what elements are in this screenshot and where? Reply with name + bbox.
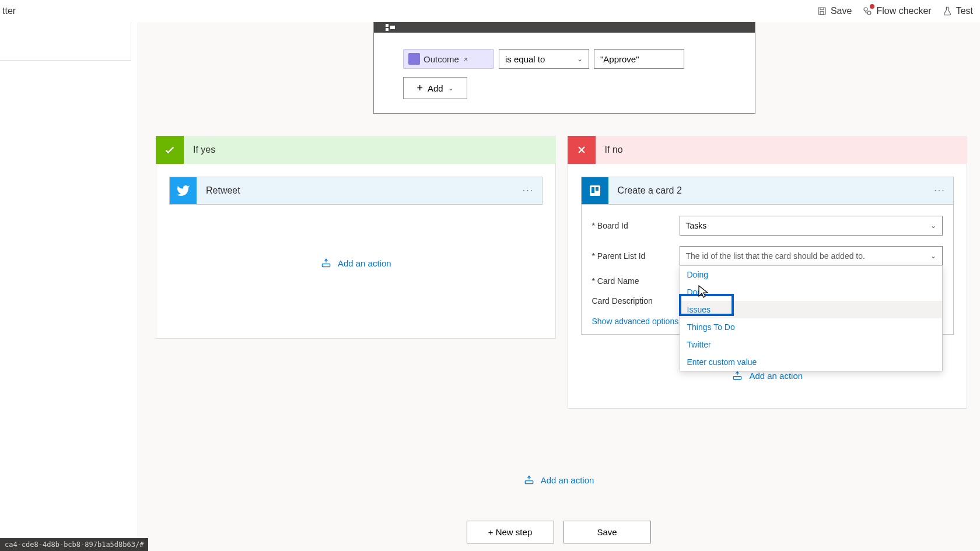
bottom-buttons: + New step Save bbox=[137, 521, 980, 543]
operator-select[interactable]: is equal to ⌄ bbox=[499, 49, 589, 69]
flow-canvas: Outcome × is equal to ⌄ + Add ⌄ bbox=[137, 22, 980, 551]
test-label: Test bbox=[956, 6, 973, 16]
new-step-button[interactable]: + New step bbox=[467, 521, 554, 543]
chevron-down-icon: ⌄ bbox=[930, 252, 936, 260]
branch-no-body: Create a card 2 ··· * Board Id Tasks ⌄ *… bbox=[568, 164, 968, 409]
action-create-card-title: Create a card 2 bbox=[608, 177, 927, 204]
dropdown-option-twitter[interactable]: Twitter bbox=[680, 336, 943, 353]
dropdown-option-done[interactable]: Done bbox=[680, 283, 943, 301]
token-icon bbox=[408, 53, 420, 65]
dynamic-token-outcome[interactable]: Outcome × bbox=[403, 49, 494, 69]
branch-yes-header[interactable]: If yes bbox=[156, 136, 556, 164]
test-button[interactable]: Test bbox=[942, 6, 973, 16]
chevron-down-icon: ⌄ bbox=[448, 84, 454, 92]
dropdown-option-things-to-do[interactable]: Things To Do bbox=[680, 318, 943, 336]
svg-rect-9 bbox=[592, 187, 594, 193]
check-icon bbox=[156, 136, 184, 164]
top-bar-actions: Save Flow checker Test bbox=[817, 6, 973, 16]
card-desc-label: Card Description bbox=[592, 296, 680, 306]
branches-row: If yes Retweet ··· Add an action bbox=[156, 136, 967, 409]
card-name-label: * Card Name bbox=[592, 276, 680, 286]
advanced-label: Show advanced options bbox=[592, 317, 679, 326]
add-label: Add bbox=[428, 83, 443, 93]
save-icon bbox=[817, 6, 827, 16]
svg-rect-10 bbox=[596, 187, 598, 191]
param-parent-list: * Parent List Id The id of the list that… bbox=[592, 241, 943, 271]
condition-icon bbox=[377, 22, 403, 33]
add-action-label: Add an action bbox=[338, 258, 391, 268]
action-create-card[interactable]: Create a card 2 ··· bbox=[581, 177, 954, 205]
chevron-down-icon: ⌄ bbox=[930, 222, 936, 230]
condition-card[interactable]: Outcome × is equal to ⌄ + Add ⌄ bbox=[373, 22, 755, 114]
action-menu-icon[interactable]: ··· bbox=[926, 177, 953, 204]
svg-rect-5 bbox=[386, 28, 388, 31]
svg-rect-7 bbox=[322, 264, 330, 267]
trello-icon bbox=[582, 177, 608, 204]
save-label: Save bbox=[831, 6, 852, 16]
action-retweet-title: Retweet bbox=[197, 177, 515, 204]
dropdown-option-custom[interactable]: Enter custom value bbox=[680, 353, 943, 371]
twitter-icon bbox=[170, 177, 197, 204]
param-board-id: * Board Id Tasks ⌄ bbox=[592, 210, 943, 241]
chevron-down-icon: ⌄ bbox=[577, 55, 583, 63]
save-button[interactable]: Save bbox=[817, 6, 852, 16]
top-bar: tter Save Flow checker Test bbox=[0, 0, 980, 22]
flow-checker-button[interactable]: Flow checker bbox=[862, 6, 931, 16]
token-remove-icon[interactable]: × bbox=[463, 55, 470, 64]
condition-header bbox=[374, 22, 755, 33]
parent-list-select[interactable]: The id of the list that the card should … bbox=[680, 246, 943, 266]
action-retweet[interactable]: Retweet ··· bbox=[169, 177, 542, 205]
svg-rect-0 bbox=[818, 8, 825, 15]
svg-rect-11 bbox=[734, 377, 741, 380]
branch-yes: If yes Retweet ··· Add an action bbox=[156, 136, 556, 409]
svg-point-3 bbox=[867, 11, 871, 15]
board-id-select[interactable]: Tasks ⌄ bbox=[680, 216, 943, 236]
add-action-label: Add an action bbox=[749, 371, 803, 381]
add-condition-button[interactable]: + Add ⌄ bbox=[403, 77, 467, 99]
branch-yes-body: Retweet ··· Add an action bbox=[156, 164, 556, 339]
condition-body: Outcome × is equal to ⌄ + Add ⌄ bbox=[374, 33, 755, 113]
add-action-icon bbox=[320, 257, 332, 269]
operator-value: is equal to bbox=[505, 54, 545, 64]
add-action-yes[interactable]: Add an action bbox=[169, 257, 542, 269]
token-label: Outcome bbox=[424, 54, 459, 64]
add-action-icon bbox=[732, 370, 743, 381]
condition-row: Outcome × is equal to ⌄ bbox=[403, 49, 732, 69]
parent-list-label: * Parent List Id bbox=[592, 251, 680, 261]
parent-list-placeholder: The id of the list that the card should … bbox=[686, 251, 865, 261]
save-flow-button[interactable]: Save bbox=[564, 521, 651, 543]
parent-list-dropdown: Doing Done Issues Things To Do Twitter E… bbox=[680, 265, 943, 371]
create-card-params: * Board Id Tasks ⌄ * Parent List Id The … bbox=[581, 205, 954, 335]
branch-yes-title: If yes bbox=[193, 145, 215, 155]
svg-rect-4 bbox=[386, 24, 388, 27]
branch-no-title: If no bbox=[605, 145, 623, 155]
left-panel bbox=[0, 22, 131, 61]
add-action-icon bbox=[523, 474, 535, 486]
board-id-label: * Board Id bbox=[592, 221, 680, 230]
status-bar: ca4-cde8-4d8b-bcb8-897b1a5d8b63/# bbox=[0, 538, 148, 551]
svg-rect-6 bbox=[390, 26, 395, 29]
dropdown-option-doing[interactable]: Doing bbox=[680, 266, 943, 283]
svg-rect-12 bbox=[525, 481, 533, 484]
notification-dot bbox=[870, 4, 874, 9]
add-action-label: Add an action bbox=[541, 475, 594, 485]
add-action-outer[interactable]: Add an action bbox=[137, 474, 980, 486]
add-action-no[interactable]: Add an action bbox=[581, 370, 954, 381]
board-id-value: Tasks bbox=[686, 221, 707, 230]
svg-rect-8 bbox=[590, 185, 600, 196]
branch-no: If no Create a card 2 ··· * Board Id Tas… bbox=[568, 136, 968, 409]
dropdown-option-issues[interactable]: Issues bbox=[680, 301, 943, 318]
condition-value-input[interactable] bbox=[594, 49, 684, 69]
plus-icon: + bbox=[416, 82, 423, 94]
branch-no-header[interactable]: If no bbox=[568, 136, 968, 164]
test-icon bbox=[942, 6, 953, 16]
flow-checker-icon bbox=[862, 6, 873, 16]
svg-point-2 bbox=[864, 8, 867, 11]
flow-checker-label: Flow checker bbox=[876, 6, 931, 16]
svg-rect-1 bbox=[820, 12, 824, 15]
close-icon bbox=[568, 136, 596, 164]
page-title-fragment: tter bbox=[0, 6, 16, 16]
action-menu-icon[interactable]: ··· bbox=[515, 177, 542, 204]
